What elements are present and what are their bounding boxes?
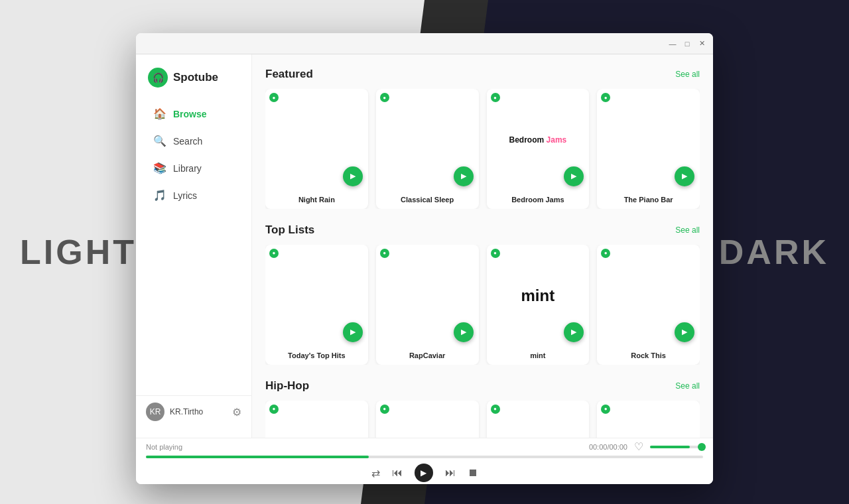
sidebar-item-browse[interactable]: 🏠 Browse (141, 101, 246, 127)
rock-title: Rock This (597, 347, 700, 365)
piano-title: The Piano Bar (597, 192, 700, 209)
next-button[interactable]: ⏭ (445, 467, 456, 479)
card-night-rain[interactable]: ● Night Rain ▶ Night Rain (265, 89, 368, 209)
mint-img-wrap: ● mint ▶ (487, 245, 590, 347)
card-piano-bar[interactable]: ● The Piano Bar ▶ The Piano Bar (597, 89, 700, 209)
title-bar: — □ ✕ (136, 33, 713, 54)
volume-knob (698, 443, 706, 451)
mint-play[interactable]: ▶ (564, 322, 584, 342)
logo-text: Spotube (173, 71, 218, 84)
toplists-header: Top Lists See all (265, 223, 700, 237)
feelin-img: ● Feelin'Myself (487, 401, 590, 438)
sidebar-item-search[interactable]: 🔍 Search (141, 128, 246, 154)
volume-bar[interactable] (650, 446, 703, 448)
spotify-dot-9: ● (269, 405, 279, 414)
spotify-dot-6: ● (380, 249, 389, 258)
section-top-lists: Top Lists See all ● TODAY'STOPHITS ▶ Tod… (265, 223, 700, 365)
time-display: 00:00/00:00 (589, 443, 627, 451)
spotify-dot-8: ● (601, 249, 610, 258)
tth-title: Today's Top Hits (265, 347, 368, 365)
mint-title: mint (487, 347, 590, 365)
section-hip-hop: Hip-Hop See all ● BanglaHip Hop Central … (265, 379, 700, 438)
sidebar-nav: 🏠 Browse 🔍 Search 📚 Library 🎵 Lyrics (136, 101, 251, 395)
hiphop-cards: ● BanglaHip Hop Central ▶ Bangla Hip Hop… (265, 401, 700, 438)
tear-img: ● tear drop (597, 401, 700, 438)
rock-play[interactable]: ▶ (675, 322, 694, 342)
play-button[interactable]: ▶ (415, 464, 433, 482)
night-rain-play[interactable]: ▶ (343, 166, 363, 186)
beast-img-wrap: ● Beast ModeHip Hop ▶ (376, 401, 479, 438)
user-info[interactable]: KR KR.Tirtho (146, 403, 203, 421)
spotify-dot: ● (269, 93, 279, 102)
hiphop-see-all[interactable]: See all (675, 381, 700, 391)
spotify-dot-10: ● (380, 405, 389, 414)
hiphop-title: Hip-Hop (265, 379, 309, 393)
classical-img-wrap: ● ClassicalSleep ▶ (376, 89, 479, 192)
avatar: KR (146, 403, 164, 421)
rapcaviar-play[interactable]: ▶ (454, 322, 474, 342)
hiphop-header: Hip-Hop See all (265, 379, 700, 393)
dark-label: DARK (719, 232, 829, 272)
card-rapcaviar[interactable]: ● RapCaviar ▶ RapCaviar (376, 245, 479, 365)
progress-bar[interactable] (146, 456, 703, 458)
minimize-button[interactable]: — (668, 39, 677, 48)
progress-fill (146, 456, 369, 458)
logo-icon: 🎧 (148, 68, 168, 88)
featured-header: Featured See all (265, 68, 700, 81)
tth-img-wrap: ● TODAY'STOPHITS ▶ (265, 245, 368, 347)
card-tear-drop[interactable]: ● tear drop ▶ tear drop (597, 401, 700, 438)
toplists-title: Top Lists (265, 223, 314, 237)
rapcaviar-img-wrap: ● RapCaviar ▶ (376, 245, 479, 347)
section-featured: Featured See all ● Night Rain ▶ Night Ra… (265, 68, 700, 209)
piano-img-wrap: ● The Piano Bar ▶ (597, 89, 700, 192)
card-bedroom-jams[interactable]: ● Bedroom Jams ▶ Bedroom Jams (487, 89, 590, 209)
volume-fill (650, 446, 690, 448)
bedroom-img-wrap: ● Bedroom Jams ▶ (487, 89, 590, 192)
main-content: Featured See all ● Night Rain ▶ Night Ra… (252, 54, 713, 438)
search-label: Search (173, 136, 202, 147)
bedroom-title: Bedroom Jams (487, 192, 590, 209)
sidebar-footer: KR KR.Tirtho ⚙ (136, 395, 251, 428)
shuffle-button[interactable]: ⇄ (371, 467, 380, 479)
library-icon: 📚 (153, 162, 166, 174)
close-button[interactable]: ✕ (697, 39, 706, 48)
sidebar-item-library[interactable]: 📚 Library (141, 155, 246, 181)
bangla-img-wrap: ● BanglaHip Hop Central ▶ (265, 401, 368, 438)
maximize-button[interactable]: □ (683, 39, 692, 48)
rock-img-wrap: ● Rock This ▶ (597, 245, 700, 347)
light-label: LIGHT (20, 232, 137, 272)
featured-see-all[interactable]: See all (675, 70, 700, 79)
card-beast-mode[interactable]: ● Beast ModeHip Hop ▶ Beast Mode Hip-Hop (376, 401, 479, 438)
sidebar: 🎧 Spotube 🏠 Browse 🔍 Search 📚 Library 🎵 (136, 54, 252, 438)
settings-icon[interactable]: ⚙ (232, 406, 241, 418)
card-classical-sleep[interactable]: ● ClassicalSleep ▶ Classical Sleep (376, 89, 479, 209)
classical-play[interactable]: ▶ (454, 166, 474, 186)
feelin-img-wrap: ● Feelin'Myself ▶ (487, 401, 590, 438)
sidebar-logo: 🎧 Spotube (136, 64, 251, 101)
card-rock-this[interactable]: ● Rock This ▶ Rock This (597, 245, 700, 365)
toplists-cards: ● TODAY'STOPHITS ▶ Today's Top Hits ● Ra… (265, 245, 700, 365)
card-mint[interactable]: ● mint ▶ mint (487, 245, 590, 365)
spotify-dot-3: ● (491, 93, 500, 102)
lyrics-icon: 🎵 (153, 189, 166, 202)
spotify-dot-7: ● (491, 249, 500, 258)
stop-button[interactable]: ⏹ (468, 467, 478, 479)
sidebar-item-lyrics[interactable]: 🎵 Lyrics (141, 182, 246, 208)
spotify-dot-4: ● (601, 93, 610, 102)
home-icon: 🏠 (153, 107, 166, 120)
bedroom-play[interactable]: ▶ (564, 166, 584, 186)
prev-button[interactable]: ⏮ (392, 467, 403, 479)
player-bar: Not playing 00:00/00:00 ♡ ⇄ ⏮ ▶ ⏭ ⏹ (136, 438, 713, 484)
toplists-see-all[interactable]: See all (675, 225, 700, 235)
classical-title: Classical Sleep (376, 192, 479, 209)
night-rain-title: Night Rain (265, 192, 368, 209)
heart-icon[interactable]: ♡ (634, 440, 643, 453)
tth-play[interactable]: ▶ (343, 322, 363, 342)
piano-play[interactable]: ▶ (675, 166, 694, 186)
player-controls: ⇄ ⏮ ▶ ⏭ ⏹ (146, 464, 703, 482)
spotify-dot-12: ● (601, 405, 610, 414)
card-feelin-myself[interactable]: ● Feelin'Myself ▶ Feelin' Myself (487, 401, 590, 438)
card-bangla[interactable]: ● BanglaHip Hop Central ▶ Bangla Hip Hop… (265, 401, 368, 438)
spotify-dot-11: ● (491, 405, 500, 414)
card-tth[interactable]: ● TODAY'STOPHITS ▶ Today's Top Hits (265, 245, 368, 365)
